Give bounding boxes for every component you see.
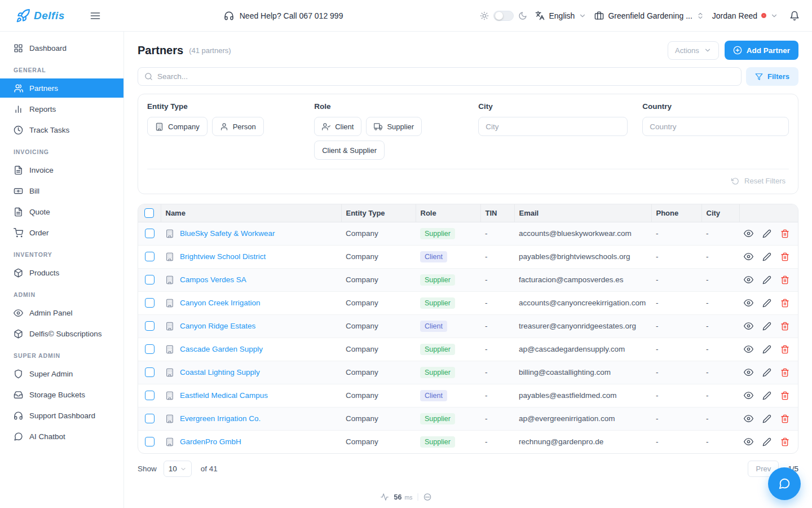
view-button[interactable] (744, 391, 753, 400)
edit-button[interactable] (762, 299, 771, 308)
view-button[interactable] (744, 252, 753, 261)
filter-company-button[interactable]: Company (147, 117, 208, 136)
row-checkbox[interactable] (145, 275, 155, 284)
chat-bubble-icon (778, 478, 791, 490)
edit-button[interactable] (762, 252, 771, 261)
delete-button[interactable] (780, 229, 789, 238)
latency-settings-icon[interactable] (423, 493, 431, 501)
reset-filters-button[interactable]: Reset Filters (731, 177, 785, 185)
sidebar-item-invoice[interactable]: Invoice (0, 160, 123, 179)
delete-button[interactable] (780, 368, 789, 377)
row-checkbox[interactable] (145, 298, 155, 308)
delete-button[interactable] (780, 275, 789, 284)
sidebar-item-label: Support Dashboard (29, 411, 95, 420)
row-checkbox[interactable] (145, 414, 155, 423)
sidebar-item-storage-buckets[interactable]: Storage Buckets (0, 385, 123, 404)
actions-dropdown-button[interactable]: Actions (668, 41, 719, 60)
sidebar-item-reports[interactable]: Reports (0, 99, 123, 119)
filter-client-supplier-button[interactable]: Client & Supplier (314, 141, 385, 160)
language-selector[interactable]: English (535, 11, 586, 20)
menu-toggle-button[interactable] (90, 10, 101, 21)
edit-button[interactable] (762, 229, 771, 238)
sidebar-item-track-tasks[interactable]: Track Tasks (0, 120, 123, 139)
partner-name-link[interactable]: Eastfield Medical Campus (180, 391, 268, 400)
delete-button[interactable] (780, 299, 789, 308)
view-button[interactable] (744, 414, 753, 423)
eye-icon (744, 275, 753, 284)
sidebar-item-bill[interactable]: Bill (0, 181, 123, 200)
theme-toggle[interactable] (493, 11, 514, 21)
row-checkbox[interactable] (145, 367, 155, 377)
add-partner-button[interactable]: Add Partner (725, 41, 798, 60)
latency-value: 56 (394, 493, 402, 501)
view-button[interactable] (744, 275, 753, 284)
search-input[interactable] (157, 72, 735, 81)
edit-button[interactable] (762, 275, 771, 284)
view-button[interactable] (744, 321, 753, 331)
partner-name-link[interactable]: Evergreen Irrigation Co. (180, 414, 261, 423)
delete-button[interactable] (780, 437, 789, 446)
delete-button[interactable] (780, 252, 789, 261)
row-checkbox[interactable] (145, 321, 155, 331)
eye-icon (744, 367, 753, 377)
sidebar-item-ai-chatbot[interactable]: AI Chatbot (0, 427, 123, 446)
sidebar-item-order[interactable]: Order (0, 223, 123, 242)
partner-name-link[interactable]: Coastal Lighting Supply (180, 368, 260, 376)
edit-button[interactable] (762, 391, 771, 400)
filter-supplier-button[interactable]: Supplier (366, 117, 422, 136)
headset-icon (224, 11, 234, 21)
sidebar-item-products[interactable]: Products (0, 263, 123, 282)
page-size-select[interactable]: 10 (164, 461, 192, 477)
filter-client-button[interactable]: Client (314, 117, 361, 136)
country-input[interactable] (642, 117, 789, 136)
sidebar-item-super-admin[interactable]: Super Admin (0, 364, 123, 383)
delete-button[interactable] (780, 391, 789, 400)
sidebar-item-support-dashboard[interactable]: Support Dashboard (0, 406, 123, 425)
partner-name-link[interactable]: Cascade Garden Supply (180, 345, 263, 353)
entity-type-cell: Company (341, 245, 416, 268)
partner-name-link[interactable]: BlueSky Safety & Workwear (180, 229, 275, 238)
view-button[interactable] (744, 298, 753, 308)
row-checkbox[interactable] (145, 437, 155, 446)
pencil-icon (762, 252, 771, 261)
sidebar-item-admin-panel[interactable]: Admin Panel (0, 303, 123, 322)
delete-button[interactable] (780, 414, 789, 423)
view-button[interactable] (744, 437, 753, 446)
edit-button[interactable] (762, 437, 771, 446)
city-cell: - (701, 314, 739, 338)
view-button[interactable] (744, 344, 753, 354)
row-checkbox[interactable] (145, 391, 155, 400)
organization-selector[interactable]: Greenfield Gardening ... (594, 11, 704, 20)
view-button[interactable] (744, 367, 753, 377)
filter-person-button[interactable]: Person (212, 117, 264, 136)
user-menu[interactable]: Jordan Reed (712, 11, 778, 20)
delete-button[interactable] (780, 345, 789, 354)
edit-button[interactable] (762, 322, 771, 331)
filters-button[interactable]: Filters (746, 67, 798, 86)
sidebar-item-subscriptions[interactable]: Delfis© Subscriptions (0, 324, 123, 343)
sidebar-item-dashboard[interactable]: Dashboard (0, 38, 123, 58)
delete-button[interactable] (780, 322, 789, 331)
sidebar-item-partners[interactable]: Partners (0, 78, 123, 98)
edit-button[interactable] (762, 414, 771, 423)
row-checkbox[interactable] (145, 229, 155, 238)
edit-button[interactable] (762, 345, 771, 354)
row-checkbox[interactable] (145, 252, 155, 261)
partner-name-link[interactable]: Brightview School District (180, 252, 266, 261)
partner-name-link[interactable]: Canyon Ridge Estates (180, 322, 255, 330)
edit-button[interactable] (762, 368, 771, 377)
view-button[interactable] (744, 229, 753, 238)
select-all-checkbox[interactable] (144, 208, 154, 218)
notifications-button[interactable] (789, 11, 800, 21)
partner-name-link[interactable]: Canyon Creek Irrigation (180, 299, 261, 307)
city-input[interactable] (478, 117, 628, 136)
row-checkbox[interactable] (145, 344, 155, 354)
partner-name-link[interactable]: Campos Verdes SA (180, 275, 246, 284)
brand-logo[interactable]: Delfis (16, 8, 65, 23)
chevron-down-icon (579, 12, 586, 20)
company-icon (165, 391, 174, 400)
chat-fab-button[interactable] (768, 467, 801, 500)
partner-name-link[interactable]: GardenPro GmbH (180, 437, 241, 446)
sidebar-item-quote[interactable]: Quote (0, 202, 123, 221)
sidebar-item-label: Partners (29, 84, 58, 93)
